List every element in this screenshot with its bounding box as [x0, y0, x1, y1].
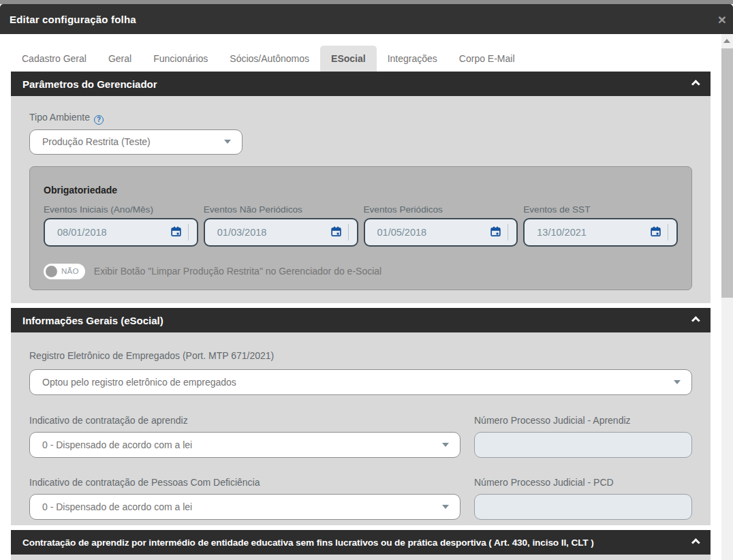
toggle-state: NÃO [61, 267, 79, 275]
eventos-sst-input[interactable] [537, 227, 650, 238]
calendar-icon[interactable] [490, 226, 501, 238]
section-body-contratacao [11, 555, 711, 560]
indicativo-aprendiz-value: 0 - Dispensado de acordo com a lei [42, 439, 442, 450]
limpar-producao-toggle-row: NÃO Exibir Botão "Limpar Produção Restri… [44, 264, 678, 279]
chevron-up-icon[interactable] [691, 316, 700, 325]
eventos-sst-label: Eventos de SST [523, 204, 678, 215]
eventos-nao-periodicos-input[interactable] [217, 227, 330, 238]
indicativo-pcd-select[interactable]: 0 - Dispensado de acordo com a lei [29, 494, 461, 520]
calendar-icon[interactable] [170, 226, 182, 238]
toggle-knob [46, 266, 57, 277]
divider [188, 224, 189, 240]
tab-integracoes[interactable]: Integrações [377, 46, 448, 72]
registro-eletronico-value: Optou pelo registro eletrônico de empreg… [42, 377, 674, 388]
obrigatoriedade-group: Obrigatoriedade Eventos Iniciais (Ano/Mê… [29, 166, 692, 290]
section-header-contratacao[interactable]: Contratação de aprendiz por intermédio d… [11, 530, 711, 555]
tab-corpo-email[interactable]: Corpo E-Mail [448, 46, 526, 72]
tipo-ambiente-select[interactable]: Produção Restrita (Teste) [29, 129, 243, 155]
registro-eletronico-select[interactable]: Optou pelo registro eletrônico de empreg… [29, 369, 692, 395]
processo-aprendiz-label: Número Processo Judicial - Aprendiz [474, 415, 631, 426]
divider [668, 224, 668, 240]
section-title: Informações Gerais (eSocial) [22, 315, 163, 326]
chevron-down-icon [442, 505, 449, 509]
section-title: Contratação de aprendiz por intermédio d… [22, 538, 594, 548]
vertical-scrollbar[interactable] [721, 34, 733, 560]
help-icon[interactable]: ? [94, 115, 104, 125]
indicativo-pcd-label: Indicativo de contratação de Pessoas Com… [29, 477, 260, 488]
chevron-down-icon [674, 380, 681, 384]
indicativo-pcd-value: 0 - Dispensado de acordo com a lei [42, 501, 442, 512]
indicativo-aprendiz-select[interactable]: 0 - Dispensado de acordo com a lei [29, 432, 461, 458]
tab-cadastro-geral[interactable]: Cadastro Geral [11, 46, 97, 72]
chevron-down-icon [224, 140, 231, 144]
eventos-iniciais-label: Eventos Iniciais (Ano/Mês) [44, 204, 198, 215]
chevron-down-icon [442, 443, 449, 447]
eventos-periodicos-label: Eventos Periódicos [364, 204, 518, 215]
eventos-iniciais-input[interactable] [57, 227, 170, 238]
processo-pcd-input[interactable] [474, 494, 692, 520]
limpar-producao-toggle[interactable]: NÃO [44, 264, 85, 279]
processo-pcd-label: Número Processo Judicial - PCD [474, 477, 614, 488]
tab-socios-autonomos[interactable]: Sócios/Autônomos [219, 46, 320, 72]
eventos-iniciais-field [44, 218, 198, 247]
registro-eletronico-label: Registro Eletrônico de Empregados (Port.… [29, 350, 274, 361]
eventos-nao-periodicos-field [204, 218, 358, 247]
eventos-periodicos-input[interactable] [377, 227, 490, 238]
date-fields-row: Eventos Iniciais (Ano/Mês) Eventos Não P… [44, 204, 678, 247]
chevron-up-icon[interactable] [691, 80, 700, 89]
dialog-title: Editar configuração folha [10, 14, 136, 25]
divider [508, 224, 508, 240]
limpar-producao-toggle-label: Exibir Botão "Limpar Produção Restrita" … [94, 266, 381, 277]
obrigatoriedade-title: Obrigatoriedade [44, 185, 678, 196]
tipo-ambiente-value: Produção Restrita (Teste) [42, 136, 224, 147]
close-icon[interactable]: × [718, 12, 726, 27]
section-body-informacoes: Registro Eletrônico de Empregados (Port.… [11, 332, 711, 525]
eventos-sst-field [523, 218, 678, 247]
processo-aprendiz-input[interactable] [474, 432, 692, 458]
eventos-periodicos-field [364, 218, 518, 247]
divider [348, 224, 349, 240]
section-header-informacoes[interactable]: Informações Gerais (eSocial) [11, 308, 711, 332]
tab-esocial[interactable]: ESocial [320, 46, 377, 72]
calendar-icon[interactable] [330, 226, 342, 238]
calendar-icon[interactable] [650, 226, 661, 238]
tab-funcionarios[interactable]: Funcionários [142, 46, 219, 72]
scrollbar-thumb[interactable] [721, 48, 733, 298]
section-header-parametros[interactable]: Parâmetros do Gerenciador [11, 72, 711, 96]
section-title: Parâmetros do Gerenciador [22, 78, 157, 90]
section-gap [11, 525, 711, 530]
section-gap [11, 303, 711, 308]
dialog-titlebar: Editar configuração folha × [0, 4, 733, 34]
tab-geral[interactable]: Geral [97, 46, 142, 72]
edit-payroll-config-dialog: Editar configuração folha × Cadastro Ger… [0, 0, 733, 560]
eventos-nao-periodicos-label: Eventos Não Periódicos [204, 204, 358, 215]
tipo-ambiente-label: Tipo Ambiente [29, 112, 90, 123]
indicativo-aprendiz-label: Indicativo de contratação de aprendiz [29, 415, 188, 426]
section-body-parametros: Tipo Ambiente? Produção Restrita (Teste)… [11, 96, 711, 303]
scroll-up-arrow-icon[interactable] [723, 39, 730, 43]
tab-bar: Cadastro Geral Geral Funcionários Sócios… [11, 46, 711, 72]
chevron-up-icon[interactable] [691, 538, 700, 547]
